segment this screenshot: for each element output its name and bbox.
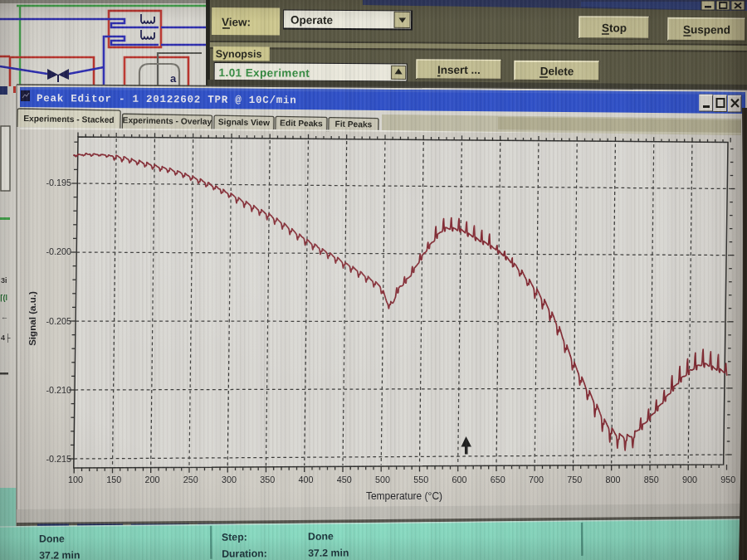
svg-text:250: 250 [183, 475, 198, 485]
svg-text:3i: 3i [1, 276, 7, 285]
svg-text:-0.215: -0.215 [46, 454, 71, 464]
svg-text:Insert ...: Insert ... [437, 64, 481, 76]
svg-text:150: 150 [106, 475, 121, 485]
svg-text:View:: View: [222, 16, 251, 28]
svg-text:650: 650 [491, 475, 505, 485]
svg-text:Done: Done [39, 533, 65, 544]
svg-text:500: 500 [375, 475, 390, 485]
svg-text:900: 900 [682, 475, 697, 485]
svg-text:Temperature (°C): Temperature (°C) [366, 490, 442, 502]
svg-text:37.2 min: 37.2 min [39, 549, 80, 560]
svg-text:Step:: Step: [222, 531, 247, 543]
svg-text:Stop: Stop [602, 22, 627, 34]
svg-text:4├: 4├ [1, 333, 11, 343]
svg-text:-0.205: -0.205 [46, 316, 71, 326]
svg-text:Signal (a.u.): Signal (a.u.) [27, 291, 37, 346]
svg-text:850: 850 [644, 475, 659, 485]
svg-text:-0.195: -0.195 [46, 178, 71, 187]
svg-text:Peak Editor - 1 20122602 TPR @: Peak Editor - 1 20122602 TPR @ 10C/min [37, 93, 297, 106]
svg-text:800: 800 [605, 475, 620, 485]
svg-text:Suspend: Suspend [683, 23, 730, 36]
svg-text:-0.200: -0.200 [46, 246, 71, 256]
svg-text:450: 450 [337, 475, 352, 485]
svg-text:100: 100 [68, 475, 83, 485]
svg-text:300: 300 [222, 475, 237, 485]
svg-text:400: 400 [298, 475, 313, 485]
svg-text:Fit Peaks: Fit Peaks [334, 119, 372, 129]
svg-text:⌈(l: ⌈(l [0, 294, 7, 302]
svg-text:200: 200 [144, 475, 159, 485]
svg-text:-0.210: -0.210 [46, 385, 71, 395]
svg-text:700: 700 [529, 475, 544, 485]
svg-text:950: 950 [720, 475, 735, 485]
svg-text:1.01 Experiment: 1.01 Experiment [219, 66, 310, 80]
svg-text:Duration:: Duration: [222, 548, 267, 559]
svg-text:Done: Done [308, 530, 334, 542]
svg-text:600: 600 [452, 475, 466, 485]
svg-text:Experiments - Stacked: Experiments - Stacked [23, 114, 114, 124]
svg-text:750: 750 [567, 475, 582, 485]
svg-text:550: 550 [413, 475, 428, 485]
svg-text:37.2 min: 37.2 min [308, 547, 349, 558]
svg-text:350: 350 [260, 475, 275, 485]
svg-text:Operate: Operate [290, 14, 334, 27]
svg-text:Delete: Delete [540, 65, 574, 77]
svg-text:Synopsis: Synopsis [216, 48, 262, 60]
svg-text:Edit Peaks: Edit Peaks [280, 119, 323, 129]
svg-text:Experiments - Overlay: Experiments - Overlay [123, 115, 212, 126]
svg-text:Signals View: Signals View [218, 117, 270, 127]
svg-text:←: ← [1, 313, 8, 321]
svg-text:a: a [170, 72, 177, 85]
